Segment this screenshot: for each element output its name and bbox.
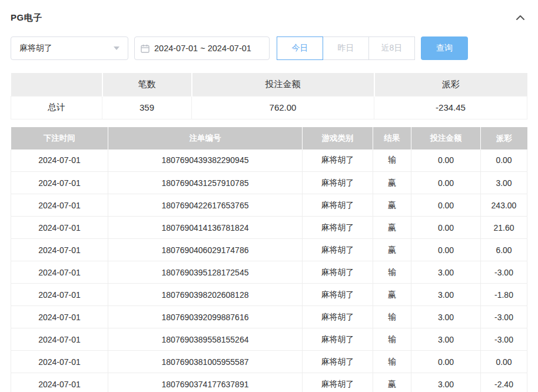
cell-result: 输: [373, 261, 411, 284]
cell-bet-id: 1807690392099887616: [108, 306, 303, 328]
cell-payout: 6.00: [481, 239, 527, 261]
cell-bet-id: 1807690439382290945: [108, 150, 303, 172]
header-bet-time: 下注时间: [11, 127, 108, 150]
summary-header-blank: [11, 73, 102, 96]
summary-header-row: 笔数 投注金额 派彩: [11, 73, 527, 96]
header-bet-amount: 投注金额: [411, 127, 481, 150]
table-row: 2024-07-01 1807690439382290945 麻将胡了 输 0.…: [11, 150, 527, 172]
cell-payout: -1.80: [481, 284, 527, 306]
cell-bet-amount: 3.00: [411, 261, 481, 284]
cell-game-type: 麻将胡了: [303, 172, 373, 194]
cell-game-type: 麻将胡了: [303, 261, 373, 284]
page-title: PG电子: [11, 12, 42, 24]
filter-bar: 麻将胡了 2024-07-01 ~ 2024-07-01 今日昨日近8日 查询: [11, 36, 527, 60]
yesterday-button[interactable]: 昨日: [323, 36, 369, 60]
cell-bet-amount: 0.00: [411, 239, 481, 261]
cell-result: 赢: [373, 194, 411, 217]
summary-header-payout: 派彩: [374, 73, 527, 96]
cell-bet-id: 1807690395128172545: [108, 261, 303, 284]
cell-bet-id: 1807690389558155264: [108, 328, 303, 351]
game-select-value: 麻将胡了: [19, 43, 52, 54]
last-8-days-button[interactable]: 近8日: [368, 36, 415, 60]
summary-total-row: 总计 359 762.00 -234.45: [11, 96, 527, 119]
cell-payout: -2.40: [481, 373, 527, 392]
date-range-value: 2024-07-01 ~ 2024-07-01: [154, 44, 251, 53]
cell-result: 赢: [373, 373, 411, 392]
table-row: 2024-07-01 1807690431257910785 麻将胡了 赢 0.…: [11, 172, 527, 194]
collapse-button[interactable]: [513, 10, 527, 25]
cell-bet-time: 2024-07-01: [11, 284, 108, 306]
cell-game-type: 麻将胡了: [303, 217, 373, 239]
cell-result: 赢: [373, 217, 411, 239]
date-range-input[interactable]: 2024-07-01 ~ 2024-07-01: [134, 36, 270, 60]
summary-payout-value: -234.45: [374, 96, 527, 119]
cell-game-type: 麻将胡了: [303, 328, 373, 351]
header-result: 结果: [373, 127, 411, 150]
table-row: 2024-07-01 1807690414136781824 麻将胡了 赢 0.…: [11, 217, 527, 239]
cell-payout: 21.60: [481, 217, 527, 239]
cell-payout: -3.00: [481, 328, 527, 351]
summary-header-bet-amount: 投注金额: [192, 73, 374, 96]
cell-result: 输: [373, 150, 411, 172]
cell-bet-amount: 0.00: [411, 351, 481, 373]
chevron-down-icon: [114, 46, 119, 50]
bet-table-header-row: 下注时间 注单编号 游戏类别 结果 投注金额 派彩: [11, 127, 527, 150]
cell-result: 赢: [373, 172, 411, 194]
cell-bet-id: 1807690414136781824: [108, 217, 303, 239]
cell-game-type: 麻将胡了: [303, 351, 373, 373]
header-payout: 派彩: [481, 127, 527, 150]
cell-bet-amount: 3.00: [411, 306, 481, 328]
today-button[interactable]: 今日: [277, 36, 323, 60]
cell-bet-time: 2024-07-01: [11, 328, 108, 351]
cell-bet-id: 1807690381005955587: [108, 351, 303, 373]
cell-result: 赢: [373, 239, 411, 261]
table-row: 2024-07-01 1807690381005955587 麻将胡了 输 0.…: [11, 351, 527, 373]
cell-bet-time: 2024-07-01: [11, 172, 108, 194]
cell-bet-time: 2024-07-01: [11, 306, 108, 328]
cell-bet-id: 1807690406029174786: [108, 239, 303, 261]
cell-result: 输: [373, 306, 411, 328]
cell-bet-amount: 0.00: [411, 172, 481, 194]
table-row: 2024-07-01 1807690398202608128 麻将胡了 赢 3.…: [11, 284, 527, 306]
cell-bet-id: 1807690422617653765: [108, 194, 303, 217]
cell-payout: -3.00: [481, 261, 527, 284]
cell-game-type: 麻将胡了: [303, 284, 373, 306]
cell-bet-amount: 3.00: [411, 373, 481, 392]
game-select[interactable]: 麻将胡了: [11, 36, 128, 60]
cell-game-type: 麻将胡了: [303, 239, 373, 261]
quick-button-group: 今日昨日近8日: [277, 36, 415, 60]
bet-table-body: 2024-07-01 1807690439382290945 麻将胡了 输 0.…: [11, 150, 527, 392]
header-game-type: 游戏类别: [303, 127, 373, 150]
cell-bet-time: 2024-07-01: [11, 217, 108, 239]
table-row: 2024-07-01 1807690422617653765 麻将胡了 赢 0.…: [11, 194, 527, 217]
summary-bet-amount-value: 762.00: [192, 96, 374, 119]
cell-bet-amount: 0.00: [411, 217, 481, 239]
cell-bet-time: 2024-07-01: [11, 194, 108, 217]
summary-count-value: 359: [102, 96, 192, 119]
query-button[interactable]: 查询: [421, 36, 468, 60]
bet-records-table: 下注时间 注单编号 游戏类别 结果 投注金额 派彩 2024-07-01 180…: [11, 127, 527, 392]
cell-game-type: 麻将胡了: [303, 194, 373, 217]
cell-bet-time: 2024-07-01: [11, 150, 108, 172]
cell-bet-amount: 3.00: [411, 284, 481, 306]
cell-bet-time: 2024-07-01: [11, 351, 108, 373]
table-row: 2024-07-01 1807690392099887616 麻将胡了 输 3.…: [11, 306, 527, 328]
chevron-up-icon: [516, 12, 525, 23]
cell-payout: -3.00: [481, 306, 527, 328]
cell-game-type: 麻将胡了: [303, 306, 373, 328]
cell-bet-id: 1807690398202608128: [108, 284, 303, 306]
cell-result: 赢: [373, 284, 411, 306]
summary-total-label: 总计: [11, 96, 102, 119]
summary-table: 笔数 投注金额 派彩 总计 359 762.00 -234.45: [11, 73, 527, 119]
cell-payout: 0.00: [481, 351, 527, 373]
summary-header-count: 笔数: [102, 73, 192, 96]
cell-bet-time: 2024-07-01: [11, 261, 108, 284]
cell-game-type: 麻将胡了: [303, 373, 373, 392]
header-bet-id: 注单编号: [108, 127, 303, 150]
betting-records-panel: PG电子 麻将胡了 2024-07-01 ~ 2024-07-01 今日昨日近8…: [0, 0, 538, 392]
table-row: 2024-07-01 1807690374177637891 麻将胡了 赢 3.…: [11, 373, 527, 392]
cell-bet-amount: 0.00: [411, 150, 481, 172]
table-row: 2024-07-01 1807690389558155264 麻将胡了 输 3.…: [11, 328, 527, 351]
cell-bet-amount: 3.00: [411, 328, 481, 351]
table-row: 2024-07-01 1807690406029174786 麻将胡了 赢 0.…: [11, 239, 527, 261]
